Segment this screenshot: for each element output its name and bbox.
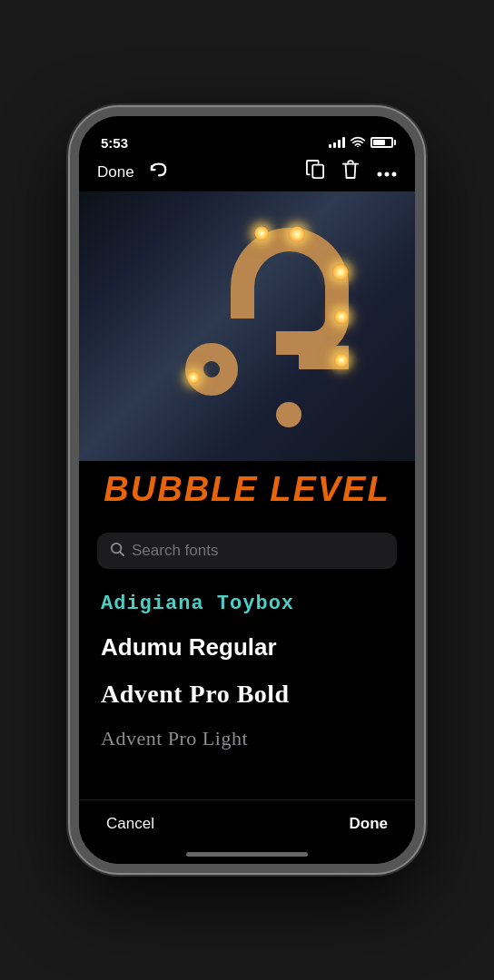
svg-line-7	[121, 553, 124, 556]
nav-icons	[306, 160, 397, 184]
done-button[interactable]: Done	[350, 815, 389, 833]
copy-icon[interactable]	[306, 160, 324, 184]
search-icon	[110, 542, 124, 560]
svg-point-2	[378, 172, 382, 177]
signal-icon	[329, 137, 345, 148]
phone-frame: 5:53	[0, 0, 494, 980]
svg-point-4	[392, 172, 397, 177]
status-icons	[329, 136, 393, 150]
light-bulb	[289, 226, 305, 242]
notch	[190, 116, 304, 143]
svg-point-3	[385, 172, 390, 177]
svg-point-0	[357, 145, 359, 146]
undo-icon[interactable]	[149, 162, 169, 182]
bottom-sheet: Adigiana Toybox Adumu Regular Advent Pro…	[79, 518, 415, 760]
font-name-adumu: Adumu Regular	[101, 633, 277, 661]
status-time: 5:53	[101, 135, 128, 151]
list-item[interactable]: Advent Pro Light	[101, 718, 393, 760]
wifi-icon	[351, 136, 365, 150]
phone-body: 5:53	[70, 107, 424, 873]
list-item[interactable]: Adumu Regular	[101, 624, 393, 671]
font-name-advent-bold: Advent Pro Bold	[101, 680, 290, 708]
light-sculpture	[167, 219, 367, 455]
svg-point-6	[112, 544, 122, 554]
search-bar[interactable]	[97, 533, 397, 569]
more-icon[interactable]	[377, 162, 397, 181]
nav-bar: Done	[79, 156, 415, 191]
nav-left: Done	[97, 162, 169, 182]
list-item[interactable]: Adigiana Toybox	[101, 583, 393, 624]
image-container: BUBBLE LEVEL	[79, 191, 415, 518]
list-item[interactable]: Advent Pro Bold	[101, 671, 393, 718]
font-list: Adigiana Toybox Adumu Regular Advent Pro…	[97, 583, 397, 760]
search-input[interactable]	[132, 542, 384, 560]
screen: 5:53	[79, 116, 415, 864]
cancel-button[interactable]: Cancel	[106, 815, 154, 833]
battery-icon	[370, 137, 393, 148]
bubble-level-text: BUBBLE LEVEL	[94, 470, 400, 509]
font-name-adigiana: Adigiana Toybox	[101, 593, 294, 615]
font-name-advent-light: Advent Pro Light	[101, 727, 248, 750]
nav-done-button[interactable]: Done	[97, 163, 134, 181]
image-text-overlay: BUBBLE LEVEL	[79, 461, 415, 518]
svg-rect-1	[312, 165, 323, 179]
trash-icon[interactable]	[342, 160, 359, 184]
home-indicator	[186, 852, 308, 857]
